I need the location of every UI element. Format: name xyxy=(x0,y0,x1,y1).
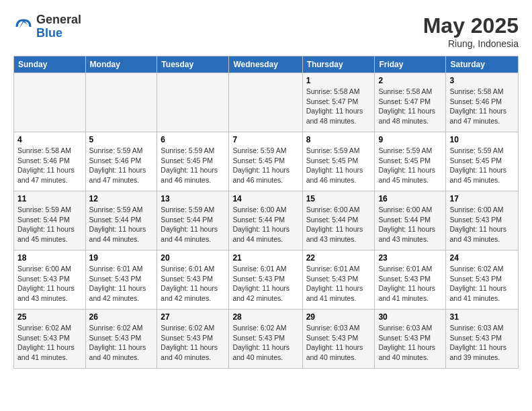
day-info: Sunrise: 5:59 AMSunset: 5:46 PMDaylight:… xyxy=(89,146,154,185)
day-number: 25 xyxy=(17,312,82,322)
week-row-2: 4Sunrise: 5:58 AMSunset: 5:46 PMDaylight… xyxy=(14,132,519,191)
logo-general-text: General xyxy=(36,13,81,27)
day-cell: 6Sunrise: 5:59 AMSunset: 5:45 PMDaylight… xyxy=(157,132,229,191)
day-cell: 31Sunrise: 6:03 AMSunset: 5:43 PMDayligh… xyxy=(446,310,519,369)
day-cell: 26Sunrise: 6:02 AMSunset: 5:43 PMDayligh… xyxy=(85,310,157,369)
day-cell: 30Sunrise: 6:03 AMSunset: 5:43 PMDayligh… xyxy=(375,310,446,369)
day-cell: 18Sunrise: 6:00 AMSunset: 5:43 PMDayligh… xyxy=(14,250,86,310)
day-info: Sunrise: 6:03 AMSunset: 5:43 PMDaylight:… xyxy=(449,323,515,363)
day-cell: 15Sunrise: 6:00 AMSunset: 5:44 PMDayligh… xyxy=(302,191,375,250)
title-block: May 2025 Riung, Indonesia xyxy=(423,13,519,49)
header-day-thursday: Thursday xyxy=(302,56,375,73)
header-day-friday: Friday xyxy=(375,56,446,73)
header-day-tuesday: Tuesday xyxy=(157,56,229,73)
day-info: Sunrise: 6:00 AMSunset: 5:44 PMDaylight:… xyxy=(378,205,442,244)
day-number: 12 xyxy=(89,194,154,203)
day-info: Sunrise: 5:59 AMSunset: 5:45 PMDaylight:… xyxy=(378,146,442,185)
day-cell xyxy=(85,73,157,132)
day-info: Sunrise: 5:58 AMSunset: 5:47 PMDaylight:… xyxy=(378,87,442,126)
day-info: Sunrise: 6:03 AMSunset: 5:43 PMDaylight:… xyxy=(378,323,442,363)
logo-text: General Blue xyxy=(36,13,81,40)
day-number: 18 xyxy=(17,253,82,263)
day-number: 11 xyxy=(17,194,82,203)
day-cell: 4Sunrise: 5:58 AMSunset: 5:46 PMDaylight… xyxy=(14,132,86,191)
calendar-header: SundayMondayTuesdayWednesdayThursdayFrid… xyxy=(14,56,519,73)
day-cell: 25Sunrise: 6:02 AMSunset: 5:43 PMDayligh… xyxy=(14,310,86,369)
day-number: 13 xyxy=(161,194,225,203)
day-cell: 19Sunrise: 6:01 AMSunset: 5:43 PMDayligh… xyxy=(85,250,157,310)
day-cell: 16Sunrise: 6:00 AMSunset: 5:44 PMDayligh… xyxy=(375,191,446,250)
day-number: 17 xyxy=(449,194,515,203)
day-number: 4 xyxy=(17,135,82,144)
day-cell: 11Sunrise: 5:59 AMSunset: 5:44 PMDayligh… xyxy=(14,191,86,250)
day-number: 22 xyxy=(306,253,371,263)
day-number: 21 xyxy=(232,253,298,263)
header-day-monday: Monday xyxy=(85,56,157,73)
day-cell: 28Sunrise: 6:02 AMSunset: 5:43 PMDayligh… xyxy=(229,310,302,369)
day-number: 9 xyxy=(378,135,442,144)
logo-icon xyxy=(13,17,34,37)
day-cell: 27Sunrise: 6:02 AMSunset: 5:43 PMDayligh… xyxy=(157,310,229,369)
day-cell: 7Sunrise: 5:59 AMSunset: 5:45 PMDaylight… xyxy=(229,132,302,191)
day-cell: 2Sunrise: 5:58 AMSunset: 5:47 PMDaylight… xyxy=(375,73,446,132)
day-cell: 12Sunrise: 5:59 AMSunset: 5:44 PMDayligh… xyxy=(85,191,157,250)
day-number: 7 xyxy=(232,135,298,144)
day-cell: 8Sunrise: 5:59 AMSunset: 5:45 PMDaylight… xyxy=(302,132,375,191)
week-row-1: 1Sunrise: 5:58 AMSunset: 5:47 PMDaylight… xyxy=(14,73,519,132)
day-number: 24 xyxy=(449,253,515,263)
day-number: 10 xyxy=(449,135,515,144)
day-cell: 17Sunrise: 6:00 AMSunset: 5:43 PMDayligh… xyxy=(446,191,519,250)
logo-blue-text: Blue xyxy=(36,27,81,40)
day-cell xyxy=(157,73,229,132)
day-info: Sunrise: 5:59 AMSunset: 5:45 PMDaylight:… xyxy=(449,146,515,185)
day-info: Sunrise: 6:03 AMSunset: 5:43 PMDaylight:… xyxy=(306,323,371,363)
day-number: 28 xyxy=(232,312,298,322)
day-info: Sunrise: 6:02 AMSunset: 5:43 PMDaylight:… xyxy=(161,323,225,363)
page-header: General Blue May 2025 Riung, Indonesia xyxy=(13,13,519,49)
day-info: Sunrise: 5:58 AMSunset: 5:46 PMDaylight:… xyxy=(17,146,82,185)
day-number: 16 xyxy=(378,194,442,203)
day-cell: 9Sunrise: 5:59 AMSunset: 5:45 PMDaylight… xyxy=(375,132,446,191)
day-number: 6 xyxy=(161,135,225,144)
day-number: 27 xyxy=(161,312,225,322)
header-day-saturday: Saturday xyxy=(446,56,519,73)
day-info: Sunrise: 5:59 AMSunset: 5:44 PMDaylight:… xyxy=(89,205,154,244)
day-cell: 3Sunrise: 5:58 AMSunset: 5:46 PMDaylight… xyxy=(446,73,519,132)
day-cell xyxy=(14,73,86,132)
week-row-4: 18Sunrise: 6:00 AMSunset: 5:43 PMDayligh… xyxy=(14,250,519,310)
day-cell xyxy=(229,73,302,132)
day-number: 8 xyxy=(306,135,371,144)
day-cell: 10Sunrise: 5:59 AMSunset: 5:45 PMDayligh… xyxy=(446,132,519,191)
day-info: Sunrise: 6:01 AMSunset: 5:43 PMDaylight:… xyxy=(89,264,154,304)
day-number: 30 xyxy=(378,312,442,322)
day-info: Sunrise: 6:02 AMSunset: 5:43 PMDaylight:… xyxy=(449,264,515,304)
day-info: Sunrise: 5:59 AMSunset: 5:44 PMDaylight:… xyxy=(161,205,225,244)
day-info: Sunrise: 5:59 AMSunset: 5:44 PMDaylight:… xyxy=(17,205,82,244)
day-number: 2 xyxy=(378,76,442,85)
day-cell: 24Sunrise: 6:02 AMSunset: 5:43 PMDayligh… xyxy=(446,250,519,310)
day-cell: 29Sunrise: 6:03 AMSunset: 5:43 PMDayligh… xyxy=(302,310,375,369)
day-info: Sunrise: 5:59 AMSunset: 5:45 PMDaylight:… xyxy=(232,146,298,185)
day-cell: 20Sunrise: 6:01 AMSunset: 5:43 PMDayligh… xyxy=(157,250,229,310)
day-number: 3 xyxy=(449,76,515,85)
day-number: 19 xyxy=(89,253,154,263)
day-cell: 22Sunrise: 6:01 AMSunset: 5:43 PMDayligh… xyxy=(302,250,375,310)
day-info: Sunrise: 6:01 AMSunset: 5:43 PMDaylight:… xyxy=(161,264,225,304)
day-info: Sunrise: 6:01 AMSunset: 5:43 PMDaylight:… xyxy=(378,264,442,304)
day-number: 5 xyxy=(89,135,154,144)
day-number: 20 xyxy=(161,253,225,263)
day-info: Sunrise: 6:02 AMSunset: 5:43 PMDaylight:… xyxy=(89,323,154,363)
day-info: Sunrise: 5:58 AMSunset: 5:47 PMDaylight:… xyxy=(306,87,371,126)
day-info: Sunrise: 5:59 AMSunset: 5:45 PMDaylight:… xyxy=(306,146,371,185)
day-info: Sunrise: 6:00 AMSunset: 5:44 PMDaylight:… xyxy=(232,205,298,244)
day-info: Sunrise: 6:01 AMSunset: 5:43 PMDaylight:… xyxy=(306,264,371,304)
day-number: 23 xyxy=(378,253,442,263)
logo: General Blue xyxy=(13,13,81,40)
day-info: Sunrise: 6:00 AMSunset: 5:43 PMDaylight:… xyxy=(17,264,82,304)
day-cell: 21Sunrise: 6:01 AMSunset: 5:43 PMDayligh… xyxy=(229,250,302,310)
day-cell: 14Sunrise: 6:00 AMSunset: 5:44 PMDayligh… xyxy=(229,191,302,250)
day-info: Sunrise: 6:02 AMSunset: 5:43 PMDaylight:… xyxy=(17,323,82,363)
day-number: 29 xyxy=(306,312,371,322)
header-day-sunday: Sunday xyxy=(14,56,86,73)
day-number: 26 xyxy=(89,312,154,322)
